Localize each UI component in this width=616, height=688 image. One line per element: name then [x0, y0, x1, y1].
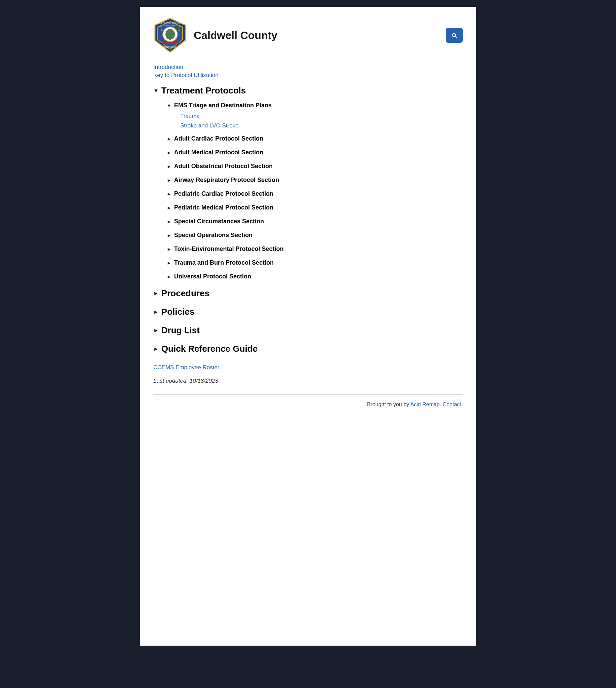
quick-reference-arrow: ► [153, 346, 159, 352]
pediatric-medical-arrow: ► [167, 205, 172, 210]
footer-divider [153, 395, 463, 395]
pediatric-cardiac-label: Pediatric Cardiac Protocol Section [174, 190, 273, 197]
period: . [461, 401, 463, 407]
ems-triage-section: ▼ EMS Triage and Destination Plans Traum… [167, 99, 463, 131]
logo-container: EMERGENCY SERVICES EMS EDUCATION ★ ★ [153, 17, 187, 54]
pediatric-medical-label: Pediatric Medical Protocol Section [174, 204, 273, 211]
introduction-link[interactable]: Introduction [153, 64, 463, 71]
toxin-environmental-label: Toxin-Environmental Protocol Section [174, 245, 284, 252]
adult-medical-label: Adult Medical Protocol Section [174, 149, 263, 156]
svg-text:EMERGENCY SERVICES: EMERGENCY SERVICES [158, 22, 182, 24]
procedures-header[interactable]: ► Procedures [153, 285, 463, 302]
treatment-protocols-header[interactable]: ▼ Treatment Protocols [153, 82, 463, 99]
pediatric-cardiac-arrow: ► [167, 191, 172, 197]
ems-triage-links: Trauma Stroke and LVO Stroke [180, 112, 463, 131]
header: EMERGENCY SERVICES EMS EDUCATION ★ ★ Cal… [153, 17, 463, 54]
airway-respiratory-label: Airway Respiratory Protocol Section [174, 177, 279, 184]
airway-respiratory-arrow: ► [167, 178, 172, 183]
employee-roster-section: CCEMS Employee Roster [153, 364, 463, 371]
page-container: EMERGENCY SERVICES EMS EDUCATION ★ ★ Cal… [140, 7, 476, 646]
employee-roster-link[interactable]: CCEMS Employee Roster [153, 364, 220, 371]
drug-list-section: ► Drug List [153, 322, 463, 339]
pediatric-cardiac-item[interactable]: ► Pediatric Cardiac Protocol Section [167, 187, 463, 201]
policies-arrow: ► [153, 309, 159, 315]
trauma-link[interactable]: Trauma [180, 112, 463, 121]
adult-medical-item[interactable]: ► Adult Medical Protocol Section [167, 146, 463, 159]
drug-list-header[interactable]: ► Drug List [153, 322, 463, 339]
ems-triage-arrow: ▼ [167, 103, 172, 108]
special-circumstances-item[interactable]: ► Special Circumstances Section [167, 215, 463, 228]
universal-protocol-label: Universal Protocol Section [174, 273, 251, 280]
procedures-arrow: ► [153, 291, 159, 296]
airway-respiratory-item[interactable]: ► Airway Respiratory Protocol Section [167, 173, 463, 187]
svg-text:★: ★ [160, 28, 162, 31]
footer-credit: Brought to you by Acid Remap. Contact. [153, 401, 463, 407]
adult-medical-arrow: ► [167, 150, 172, 155]
procedures-section: ► Procedures [153, 285, 463, 302]
trauma-burn-label: Trauma and Burn Protocol Section [174, 259, 274, 266]
pediatric-medical-item[interactable]: ► Pediatric Medical Protocol Section [167, 201, 463, 215]
treatment-protocols-items: ▼ EMS Triage and Destination Plans Traum… [167, 99, 463, 284]
nav-links: Introduction Key to Protocol Utilization [153, 64, 463, 79]
special-operations-arrow: ► [167, 233, 172, 238]
trauma-burn-item[interactable]: ► Trauma and Burn Protocol Section [167, 256, 463, 270]
last-updated: Last updated: 10/18/2023 [153, 378, 463, 384]
policies-label: Policies [161, 307, 194, 317]
adult-cardiac-item[interactable]: ► Adult Cardiac Protocol Section [167, 132, 463, 146]
policies-section: ► Policies [153, 303, 463, 320]
special-operations-item[interactable]: ► Special Operations Section [167, 228, 463, 242]
universal-protocol-item[interactable]: ► Universal Protocol Section [167, 270, 463, 284]
quick-reference-label: Quick Reference Guide [161, 344, 258, 354]
contact-link[interactable]: Contact [442, 401, 461, 407]
treatment-protocols-section: ▼ Treatment Protocols ▼ EMS Triage and D… [153, 82, 463, 284]
procedures-label: Procedures [161, 288, 210, 298]
drug-list-arrow: ► [153, 328, 159, 334]
treatment-protocols-arrow: ▼ [153, 88, 159, 94]
toxin-environmental-item[interactable]: ► Toxin-Environmental Protocol Section [167, 242, 463, 256]
special-operations-label: Special Operations Section [174, 232, 252, 239]
brought-by-text: Brought to you by [367, 401, 410, 407]
adult-obstetrical-item[interactable]: ► Adult Obstetrical Protocol Section [167, 159, 463, 173]
svg-text:★: ★ [178, 28, 180, 31]
adult-cardiac-label: Adult Cardiac Protocol Section [174, 135, 263, 142]
svg-rect-6 [162, 42, 179, 44]
ems-triage-label: EMS Triage and Destination Plans [174, 102, 272, 109]
acid-remap-link[interactable]: Acid Remap [410, 401, 439, 407]
svg-point-3 [166, 29, 175, 40]
trauma-burn-arrow: ► [167, 260, 172, 266]
toxin-environmental-arrow: ► [167, 246, 172, 252]
special-circumstances-arrow: ► [167, 219, 172, 224]
stroke-link[interactable]: Stroke and LVO Stroke [180, 121, 463, 131]
policies-header[interactable]: ► Policies [153, 303, 463, 320]
search-icon [451, 32, 458, 39]
special-circumstances-label: Special Circumstances Section [174, 218, 264, 225]
drug-list-label: Drug List [161, 325, 200, 336]
site-title: Caldwell County [194, 29, 439, 42]
universal-protocol-arrow: ► [167, 274, 172, 280]
svg-text:EMS EDUCATION: EMS EDUCATION [163, 46, 177, 48]
search-button[interactable] [446, 28, 463, 43]
ems-triage-header[interactable]: ▼ EMS Triage and Destination Plans [167, 99, 463, 112]
adult-obstetrical-label: Adult Obstetrical Protocol Section [174, 163, 273, 170]
key-protocol-link[interactable]: Key to Protocol Utilization [153, 72, 463, 79]
quick-reference-section: ► Quick Reference Guide [153, 340, 463, 357]
adult-cardiac-arrow: ► [167, 136, 172, 141]
logo-badge: EMERGENCY SERVICES EMS EDUCATION ★ ★ [153, 17, 187, 54]
adult-obstetrical-arrow: ► [167, 164, 172, 169]
treatment-protocols-label: Treatment Protocols [161, 85, 246, 96]
quick-reference-header[interactable]: ► Quick Reference Guide [153, 340, 463, 357]
